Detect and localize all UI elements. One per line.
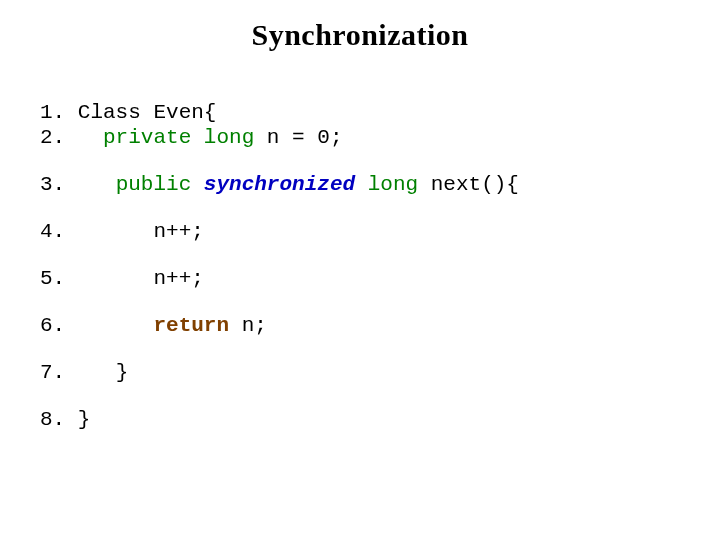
code-text: n++;: [153, 267, 203, 290]
slide-title: Synchronization: [0, 18, 720, 52]
space: [418, 173, 431, 196]
blank-gap: [40, 197, 700, 219]
code-line-3: 3. public synchronized long next(){: [40, 172, 700, 197]
code-block: 1. Class Even{ 2. private long n = 0; 3.…: [0, 100, 720, 432]
code-text: next(){: [431, 173, 519, 196]
code-line-7: 7. }: [40, 360, 700, 385]
code-line-5: 5. n++;: [40, 266, 700, 291]
line-number: 4.: [40, 220, 153, 243]
keyword-long: long: [204, 126, 254, 149]
code-text: }: [116, 361, 129, 384]
blank-gap: [40, 150, 700, 172]
code-line-4: 4. n++;: [40, 219, 700, 244]
code-text: n = 0;: [254, 126, 342, 149]
code-line-8: 8. }: [40, 407, 700, 432]
code-text: }: [78, 408, 91, 431]
code-line-2: 2. private long n = 0;: [40, 125, 700, 150]
keyword-public: public: [116, 173, 192, 196]
code-text: n;: [242, 314, 267, 337]
keyword-return: return: [153, 314, 229, 337]
line-number: 5.: [40, 267, 153, 290]
keyword-long: long: [368, 173, 418, 196]
code-text: Class Even{: [78, 101, 217, 124]
slide: Synchronization 1. Class Even{ 2. privat…: [0, 0, 720, 540]
line-number: 3.: [40, 173, 116, 196]
line-number: 8.: [40, 408, 78, 431]
keyword-private: private: [103, 126, 191, 149]
blank-gap: [40, 385, 700, 407]
space: [191, 126, 204, 149]
line-number: 7.: [40, 361, 116, 384]
line-number: 1.: [40, 101, 78, 124]
code-line-1: 1. Class Even{: [40, 100, 700, 125]
line-number: 6.: [40, 314, 153, 337]
space: [191, 173, 204, 196]
blank-gap: [40, 291, 700, 313]
code-line-6: 6. return n;: [40, 313, 700, 338]
code-text: n++;: [153, 220, 203, 243]
keyword-synchronized: synchronized: [204, 173, 355, 196]
space: [229, 314, 242, 337]
space: [355, 173, 368, 196]
line-number: 2.: [40, 126, 103, 149]
blank-gap: [40, 244, 700, 266]
blank-gap: [40, 338, 700, 360]
